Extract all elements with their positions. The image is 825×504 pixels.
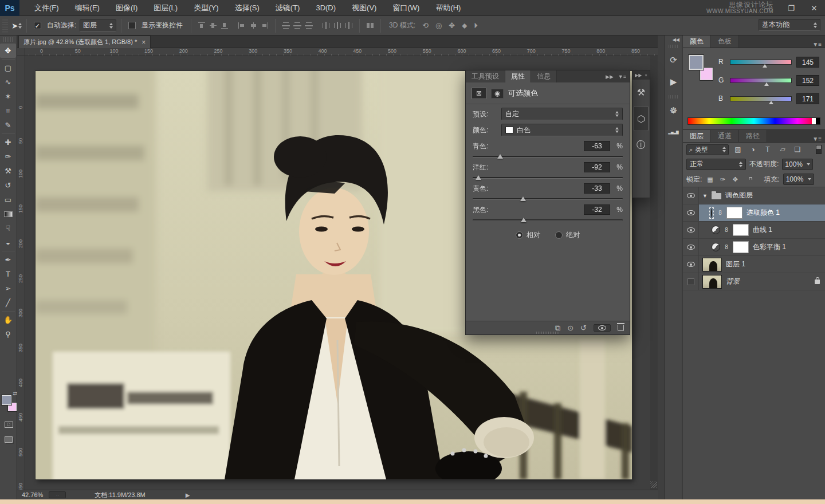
minimize-button[interactable]: — <box>761 4 776 13</box>
options-grip[interactable] <box>2 18 8 33</box>
filter-pixel-layers-icon[interactable]: ▨ <box>732 145 744 153</box>
swap-colors-icon[interactable]: ⇄ <box>13 391 17 396</box>
layer-row-curves[interactable]: 8 曲线 1 <box>683 222 825 239</box>
brush-tool[interactable]: ✑ <box>0 149 16 164</box>
pen-tool[interactable]: ✒ <box>0 253 16 267</box>
layer-name[interactable]: 选取颜色 1 <box>747 208 780 218</box>
blue-slider-thumb[interactable] <box>769 101 773 104</box>
tools-grip[interactable] <box>3 37 13 42</box>
gradient-tool[interactable] <box>0 207 16 221</box>
visibility-toggle[interactable] <box>683 204 699 221</box>
tab-swatches[interactable]: 色板 <box>711 35 739 48</box>
green-slider[interactable] <box>730 78 792 83</box>
path-select-tool[interactable]: ➢ <box>0 281 16 296</box>
history-brush-tool[interactable]: ↺ <box>0 178 16 192</box>
status-options-button[interactable]: ·· <box>49 491 66 498</box>
3d-rotate-icon[interactable]: ⟲ <box>422 21 429 30</box>
vertical-scrollbar[interactable] <box>650 56 658 491</box>
magenta-slider-track[interactable] <box>473 177 623 179</box>
blue-slider-track[interactable] <box>730 96 792 101</box>
menu-type[interactable]: 类型(Y) <box>187 0 225 16</box>
lock-transparency-icon[interactable]: ▦ <box>705 176 714 183</box>
layer-row-color-balance[interactable]: 8 色彩平衡 1 <box>683 239 825 256</box>
align-top-edges-icon[interactable] <box>198 22 206 29</box>
white-black-ramp[interactable] <box>812 118 820 124</box>
tab-layers[interactable]: 图层 <box>683 129 711 142</box>
menu-help[interactable]: 帮助(H) <box>429 0 467 16</box>
resize-grip[interactable] <box>650 481 657 488</box>
align-vertical-centers-icon[interactable] <box>209 22 217 29</box>
tab-channels[interactable]: 通道 <box>711 129 739 142</box>
layer-row-layer1[interactable]: 图层 1 <box>683 256 825 273</box>
crop-tool[interactable]: ⌗ <box>0 104 16 118</box>
eraser-tool[interactable]: ▭ <box>0 192 16 207</box>
filter-adjustment-layers-icon[interactable]: ◑ <box>747 145 759 153</box>
red-slider[interactable] <box>730 60 792 65</box>
adjustment-layer-icon[interactable] <box>711 208 712 218</box>
clone-stamp-tool[interactable]: ⚒ <box>0 164 16 178</box>
visibility-toggle[interactable] <box>683 187 699 204</box>
lock-position-icon[interactable]: ✥ <box>730 176 740 183</box>
tab-properties[interactable]: 属性 <box>505 70 531 82</box>
3d-pan-icon[interactable]: ✥ <box>449 21 455 30</box>
zoom-level[interactable]: 42.76% <box>22 491 43 498</box>
visibility-toggle[interactable] <box>683 256 699 273</box>
auto-align-layers-icon[interactable] <box>366 22 374 29</box>
vertical-ruler[interactable]: 050100150200250300350400450500550 <box>17 56 25 491</box>
color-dropdown[interactable]: 白色 <box>501 124 623 136</box>
cyan-slider-thumb[interactable] <box>497 154 503 159</box>
layer-name[interactable]: 调色图层 <box>725 191 753 200</box>
menu-select[interactable]: 选择(S) <box>227 0 266 16</box>
distribute-top-icon[interactable] <box>282 22 290 29</box>
history-panel-icon[interactable]: ⟳ <box>665 49 682 71</box>
layer-row-background[interactable]: 背景 <box>683 273 825 290</box>
distribute-vertical-centers-icon[interactable] <box>293 22 301 29</box>
menu-window[interactable]: 窗口(W) <box>386 0 426 16</box>
auto-select-target-dropdown[interactable]: 图层 <box>80 19 116 32</box>
menu-filter[interactable]: 滤镜(T) <box>269 0 307 16</box>
layer-thumbnail[interactable] <box>702 258 722 271</box>
distribute-horizontal-centers-icon[interactable] <box>333 22 341 29</box>
foreground-color-swatch[interactable] <box>689 55 704 70</box>
delete-adjustment-icon[interactable] <box>618 325 624 331</box>
smudge-tool[interactable]: ☟ <box>0 221 16 235</box>
hand-tool[interactable]: ✋ <box>0 313 16 327</box>
blue-slider[interactable] <box>730 96 792 101</box>
align-bottom-edges-icon[interactable] <box>221 22 229 29</box>
filter-toggle-switch[interactable] <box>816 145 822 154</box>
cyan-slider-track[interactable] <box>473 156 623 158</box>
dodge-tool[interactable]: ◒ <box>0 235 16 250</box>
opacity-field[interactable]: 100% <box>782 159 813 170</box>
layer-name[interactable]: 色彩平衡 1 <box>753 242 786 252</box>
auto-select-checkbox[interactable]: ✓ <box>34 22 41 29</box>
menu-layer[interactable]: 图层(L) <box>147 0 184 16</box>
fill-field[interactable]: 100% <box>783 174 814 185</box>
tool-preset-dropdown-icon[interactable] <box>18 23 22 29</box>
close-button[interactable]: ✕ <box>807 4 822 13</box>
align-horizontal-centers-icon[interactable] <box>249 22 257 29</box>
status-flyout-icon[interactable]: ▶ <box>186 492 190 498</box>
navigator-panel-icon[interactable]: ☸ <box>665 100 682 121</box>
relative-radio-icon[interactable] <box>516 231 523 239</box>
visibility-toggle[interactable] <box>683 273 699 290</box>
black-slider-thumb[interactable] <box>521 218 527 222</box>
show-transform-checkbox[interactable] <box>128 22 136 29</box>
reset-adjustment-icon[interactable]: ↺ <box>580 324 587 332</box>
distribute-bottom-icon[interactable] <box>305 22 313 29</box>
layer-mask-thumbnail[interactable] <box>733 224 749 236</box>
magic-wand-tool[interactable]: ✶ <box>0 89 16 104</box>
zoom-tool[interactable]: ⚲ <box>0 327 16 341</box>
magenta-slider-thumb[interactable] <box>476 175 481 180</box>
panel-resize-grip[interactable] <box>536 332 559 334</box>
group-expand-icon[interactable]: ▼ <box>702 193 708 199</box>
tab-color[interactable]: 颜色 <box>683 35 711 48</box>
tool-presets-panel-icon[interactable]: ⚒ <box>632 80 650 105</box>
blue-value-field[interactable]: 171 <box>796 93 819 104</box>
adjustment-badge-icon[interactable]: ◉ <box>491 89 504 99</box>
healing-brush-tool[interactable]: ✚ <box>0 135 16 149</box>
absolute-radio-option[interactable]: 绝对 <box>555 230 580 240</box>
adjustment-layer-icon[interactable] <box>712 226 720 234</box>
lock-pixels-icon[interactable]: ✑ <box>718 176 727 183</box>
layer-name[interactable]: 背景 <box>726 277 740 286</box>
properties-panel-icon[interactable]: ⬡ <box>634 106 649 131</box>
